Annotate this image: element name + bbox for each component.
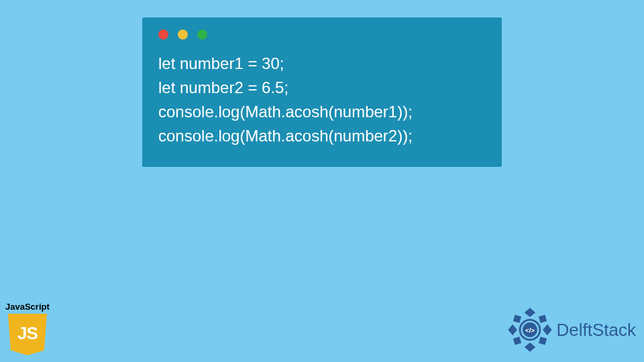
- code-line: let number1 = 30;: [158, 54, 284, 72]
- minimize-icon: [178, 29, 188, 40]
- svg-marker-4: [513, 315, 521, 323]
- code-window: let number1 = 30; let number2 = 6.5; con…: [142, 17, 502, 167]
- svg-marker-1: [524, 343, 535, 352]
- svg-marker-2: [508, 324, 517, 335]
- svg-marker-6: [513, 337, 521, 345]
- code-block: let number1 = 30; let number2 = 6.5; con…: [158, 52, 486, 148]
- close-icon: [158, 29, 168, 40]
- javascript-shield-icon: JS: [8, 314, 47, 355]
- svg-marker-7: [538, 337, 546, 345]
- code-line: console.log(Math.acosh(number1));: [158, 103, 413, 121]
- code-line: let number2 = 6.5;: [158, 78, 288, 97]
- javascript-label: JavaScript: [5, 302, 50, 312]
- delftstack-brand: </> DelftStack: [507, 307, 637, 353]
- svg-marker-5: [538, 315, 546, 323]
- svg-marker-0: [524, 308, 535, 317]
- delftstack-name: DelftStack: [557, 320, 637, 341]
- code-line: console.log(Math.acosh(number2));: [158, 127, 413, 145]
- javascript-badge: JavaScript JS: [5, 302, 50, 355]
- svg-marker-3: [543, 324, 552, 335]
- svg-text:</>: </>: [525, 326, 535, 334]
- window-controls: [158, 29, 486, 40]
- delftstack-logo-icon: </>: [507, 307, 553, 353]
- maximize-icon: [197, 29, 207, 40]
- javascript-logo-text: JS: [17, 323, 38, 344]
